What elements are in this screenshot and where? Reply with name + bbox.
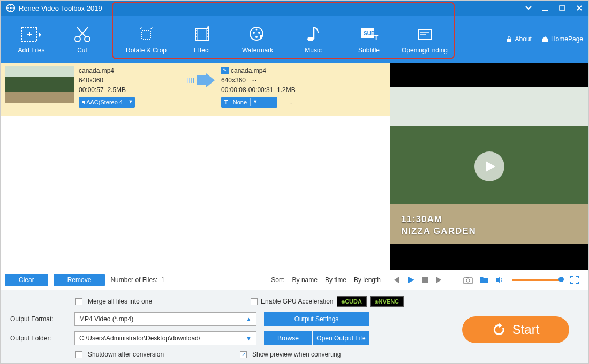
main-toolbar: Add Files Cut Rotate & Crop Effect Water… [1, 16, 588, 63]
add-files-icon [20, 25, 43, 43]
maximize-icon[interactable] [558, 4, 566, 12]
bottom-panel: Merge all files into one Enable GPU Acce… [1, 290, 588, 364]
music-note-icon [304, 25, 323, 43]
svg-rect-37 [189, 78, 190, 83]
next-track-icon[interactable] [435, 276, 444, 284]
remove-button[interactable]: Remove [54, 274, 105, 286]
svg-rect-3 [560, 6, 565, 10]
refresh-icon [492, 323, 506, 337]
svg-point-24 [258, 32, 260, 34]
app-title: Renee Video Toolbox 2019 [19, 4, 102, 12]
start-button[interactable]: Start [462, 316, 569, 343]
svg-rect-11 [142, 31, 150, 39]
opening-ending-icon [415, 25, 434, 43]
preview-panel: 11:30AM NIZZA GARDEN [390, 63, 588, 270]
svg-point-42 [466, 279, 470, 282]
subtitle-track-dropdown[interactable]: T None ▼ [221, 97, 277, 108]
app-logo-icon [6, 3, 16, 13]
volume-icon[interactable] [495, 276, 504, 284]
music-button[interactable]: Music [285, 24, 341, 54]
play-button-icon[interactable] [406, 276, 415, 284]
open-output-button[interactable]: Open Output File [313, 331, 369, 345]
subtitle-button[interactable]: SUBT Subtitle [341, 24, 397, 54]
open-folder-icon[interactable] [479, 276, 489, 284]
cut-label: Cut [77, 47, 87, 54]
svg-point-16 [196, 33, 197, 34]
svg-text:T: T [374, 34, 379, 42]
src-size: 2.5MB [107, 86, 126, 94]
watermark-button[interactable]: Watermark [230, 24, 285, 54]
src-filename: canada.mp4 [79, 66, 180, 75]
svg-line-10 [77, 27, 86, 37]
minimize-icon[interactable] [541, 4, 549, 12]
control-strip: Clear Remove Number of Files: 1 Sort: By… [1, 270, 588, 290]
preview-label: Show preview when converting [252, 351, 341, 358]
rotate-crop-label: Rotate & Crop [126, 47, 167, 54]
speaker-icon [82, 100, 85, 105]
shutdown-label: Shutdown after conversion [88, 351, 238, 358]
shutdown-checkbox[interactable] [75, 351, 82, 358]
opening-ending-button[interactable]: Opening/Ending [397, 24, 452, 54]
svg-rect-39 [193, 78, 194, 83]
sort-options: Sort: By name By time By length [271, 276, 381, 284]
svg-rect-40 [422, 277, 428, 283]
svg-rect-32 [418, 29, 431, 39]
about-label: About [515, 35, 532, 43]
dash-placeholder: - [281, 97, 302, 108]
gpu-checkbox[interactable] [251, 298, 258, 305]
effect-button[interactable]: Effect [174, 24, 230, 54]
edit-badge-icon: ✎ [221, 67, 229, 74]
output-folder-select[interactable]: C:\Users\Administrator\Desktop\download\… [74, 331, 256, 345]
cut-button[interactable]: Cut [57, 24, 108, 54]
preview-checkbox[interactable] [240, 351, 247, 358]
svg-point-1 [10, 7, 12, 9]
svg-rect-38 [191, 78, 192, 83]
svg-line-9 [79, 27, 88, 37]
sort-by-name[interactable]: By name [292, 276, 318, 284]
add-files-button[interactable]: Add Files [6, 24, 57, 54]
output-format-select[interactable]: MP4 Video (*.mp4)▲ [74, 312, 256, 326]
svg-rect-36 [187, 78, 188, 83]
volume-slider[interactable] [512, 279, 562, 281]
merge-checkbox[interactable] [75, 298, 82, 305]
clear-button[interactable]: Clear [5, 274, 48, 286]
about-button[interactable]: About [505, 35, 532, 43]
dst-range: 00:00:08-00:00:31 [221, 86, 273, 94]
fullscreen-icon[interactable] [570, 276, 579, 284]
rotate-crop-button[interactable]: Rotate & Crop [118, 24, 174, 54]
svg-rect-35 [507, 39, 511, 42]
homepage-label: HomePage [551, 35, 583, 43]
svg-point-19 [207, 33, 208, 34]
stop-icon[interactable] [421, 276, 429, 284]
snapshot-icon[interactable] [463, 276, 473, 284]
file-row[interactable]: canada.mp4 640x360 00:00:57 2.5MB AAC(St… [1, 63, 390, 116]
add-files-label: Add Files [18, 47, 44, 54]
sort-by-length[interactable]: By length [354, 276, 381, 284]
play-overlay-button[interactable] [474, 151, 504, 181]
svg-point-23 [253, 32, 255, 34]
scissors-icon [73, 25, 92, 43]
output-format-label: Output Format: [10, 315, 74, 323]
watermark-label: Watermark [242, 47, 273, 54]
close-icon[interactable] [576, 4, 583, 12]
film-icon [192, 25, 212, 43]
svg-point-26 [256, 29, 258, 31]
audio-codec-dropdown[interactable]: AAC(Stereo 4 ▼ [79, 97, 135, 108]
start-label: Start [512, 322, 540, 337]
svg-point-15 [196, 30, 197, 31]
browse-button[interactable]: Browse [264, 331, 312, 345]
output-settings-button[interactable]: Output Settings [264, 312, 369, 326]
subtitle-icon: SUBT [359, 25, 379, 43]
homepage-button[interactable]: HomePage [541, 35, 583, 43]
svg-point-17 [196, 36, 197, 37]
nvenc-badge: ◉ NVENC [370, 296, 404, 307]
src-resolution: 640x360 [79, 75, 180, 85]
sort-by-time[interactable]: By time [325, 276, 346, 284]
music-label: Music [305, 47, 321, 54]
play-icon [482, 160, 496, 173]
svg-point-25 [255, 36, 258, 38]
dropdown-icon[interactable] [525, 6, 532, 10]
dst-size: 1.2MB [277, 86, 296, 94]
svg-point-20 [207, 36, 208, 37]
prev-track-icon[interactable] [391, 276, 400, 284]
